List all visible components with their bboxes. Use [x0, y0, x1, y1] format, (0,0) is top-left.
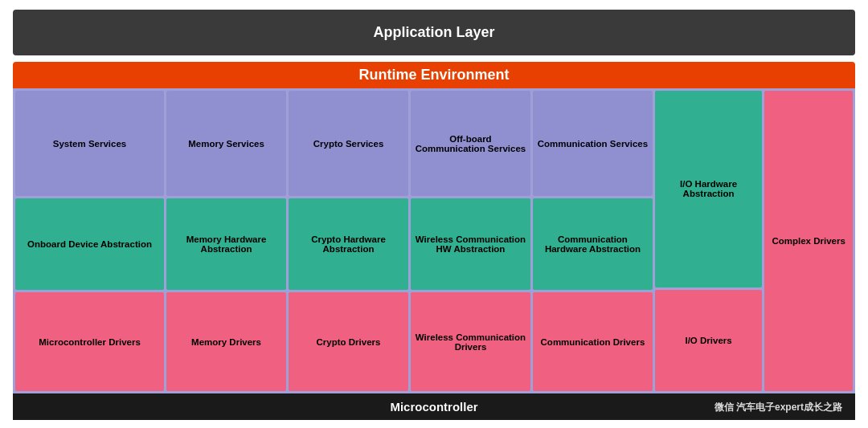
memory-hw-abstraction-cell: Memory Hardware Abstraction [166, 198, 286, 290]
outer-wrapper: Application Layer Runtime Environment Sy… [0, 0, 868, 428]
memory-hw-abstraction-label: Memory Hardware Abstraction [170, 234, 283, 254]
col-memory: Memory Services Memory Hardware Abstract… [166, 91, 286, 391]
crypto-services-label: Crypto Services [313, 139, 384, 149]
col-crypto: Crypto Services Crypto Hardware Abstract… [289, 91, 408, 391]
col-complex: Complex Drivers [764, 91, 853, 391]
offboard-comm-services-label: Off-board Communication Services [414, 134, 527, 153]
col-io: I/O Hardware Abstraction I/O Drivers [655, 91, 762, 391]
wireless-hw-abstraction-cell: Wireless Communication HW Abstraction [411, 198, 530, 290]
system-services-cell: System Services [15, 91, 164, 196]
memory-services-label: Memory Services [188, 139, 264, 149]
wireless-hw-abstraction-label: Wireless Communication HW Abstraction [414, 234, 527, 254]
crypto-hw-abstraction-label: Crypto Hardware Abstraction [292, 234, 405, 254]
crypto-drivers-cell: Crypto Drivers [289, 292, 408, 391]
io-hw-abstraction-cell: I/O Hardware Abstraction [655, 91, 762, 287]
memory-services-cell: Memory Services [166, 91, 286, 196]
comm-hw-abstraction-cell: Communication Hardware Abstraction [533, 198, 653, 290]
app-layer: Application Layer [13, 10, 855, 55]
col-offboard: Off-board Communication Services Wireles… [411, 91, 530, 391]
memory-drivers-label: Memory Drivers [191, 337, 261, 347]
runtime-env: Runtime Environment [13, 62, 855, 88]
microcontroller-label: Microcontroller [390, 400, 477, 414]
system-services-label: System Services [53, 139, 126, 149]
crypto-hw-abstraction-cell: Crypto Hardware Abstraction [289, 198, 408, 290]
complex-drivers-label: Complex Drivers [772, 236, 845, 246]
wireless-comm-drivers-cell: Wireless Communication Drivers [411, 292, 530, 391]
app-layer-label: Application Layer [373, 24, 494, 40]
complex-drivers-cell: Complex Drivers [764, 91, 853, 391]
io-drivers-cell: I/O Drivers [655, 290, 762, 391]
comm-services-cell: Communication Services [533, 91, 653, 196]
onboard-device-abstraction-cell: Onboard Device Abstraction [15, 198, 164, 290]
comm-drivers-cell: Communication Drivers [533, 292, 653, 391]
microcontroller-bar: Microcontroller 微信 汽车电子expert成长之路 [13, 393, 855, 420]
crypto-services-cell: Crypto Services [289, 91, 408, 196]
main-area: System Services Onboard Device Abstracti… [13, 88, 855, 393]
microcontroller-drivers-cell: Microcontroller Drivers [15, 292, 164, 391]
col-comm: Communication Services Communication Har… [533, 91, 653, 391]
io-drivers-label: I/O Drivers [685, 336, 731, 345]
comm-drivers-label: Communication Drivers [541, 337, 645, 347]
crypto-drivers-label: Crypto Drivers [317, 337, 381, 347]
watermark: 微信 汽车电子expert成长之路 [714, 400, 842, 414]
memory-drivers-cell: Memory Drivers [166, 292, 286, 391]
comm-services-label: Communication Services [538, 139, 648, 149]
microcontroller-drivers-label: Microcontroller Drivers [39, 337, 141, 347]
wireless-comm-drivers-label: Wireless Communication Drivers [414, 332, 527, 352]
io-hw-abstraction-label: I/O Hardware Abstraction [658, 179, 759, 198]
col-system: System Services Onboard Device Abstracti… [15, 91, 164, 391]
runtime-env-label: Runtime Environment [358, 67, 509, 83]
onboard-device-abstraction-label: Onboard Device Abstraction [27, 239, 152, 249]
offboard-comm-services-cell: Off-board Communication Services [411, 91, 530, 196]
comm-hw-abstraction-label: Communication Hardware Abstraction [536, 234, 649, 254]
